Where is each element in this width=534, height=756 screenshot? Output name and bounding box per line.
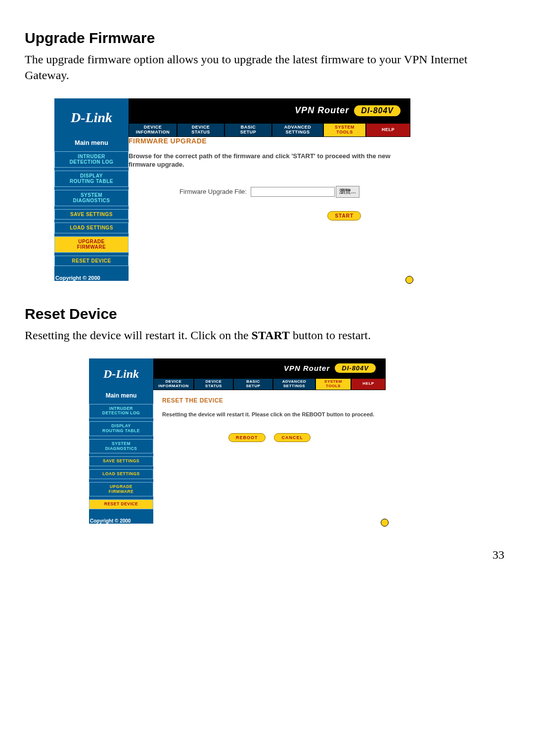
model-badge: DI-804V — [354, 105, 400, 116]
sidebar-reset-device[interactable]: RESET DEVICE — [89, 499, 153, 509]
sidebar: Main menu INTRUDERDETECTION LOG DISPLAYR… — [89, 390, 153, 524]
browse-button[interactable]: 瀏覽... — [336, 186, 359, 198]
tab-device-information[interactable]: DEVICEINFORMATION — [129, 123, 177, 137]
vpn-router-label: VPN Router — [284, 364, 330, 372]
sidebar-main-menu-label: Main menu — [89, 392, 153, 399]
model-badge: DI-804V — [335, 363, 376, 373]
sidebar-load-settings[interactable]: LOAD SETTINGS — [89, 469, 153, 479]
tab-basic-setup[interactable]: BASICSETUP — [224, 123, 272, 137]
tab-system-tools[interactable]: SYSTEMTOOLS — [315, 378, 351, 390]
tab-advanced-settings[interactable]: ADVANCEDSETTINGS — [272, 123, 323, 137]
section1-heading: Upgrade Firmware — [25, 30, 509, 46]
sidebar-save-settings[interactable]: SAVE SETTINGS — [54, 209, 129, 220]
sidebar-main-menu-label: Main menu — [54, 139, 129, 146]
sidebar-save-settings[interactable]: SAVE SETTINGS — [89, 456, 153, 466]
content-area-firmware: FIRMWARE UPGRADE Browse for the correct … — [129, 137, 410, 281]
firmware-file-label: Firmware Upgrade File: — [179, 188, 247, 195]
sidebar-intruder-detection-log[interactable]: INTRUDERDETECTION LOG — [89, 404, 153, 419]
firmware-upgrade-description: Browse for the correct path of the firmw… — [129, 152, 410, 169]
sidebar-upgrade-firmware[interactable]: UPGRADEFIRMWARE — [54, 236, 129, 253]
dlink-logo: D-Link — [89, 358, 153, 390]
sidebar-display-routing-table[interactable]: DISPLAYROUTING TABLE — [54, 171, 129, 187]
router-header-bar: VPN Router DI-804V — [129, 98, 410, 123]
cancel-button[interactable]: CANCEL — [274, 433, 311, 442]
firmware-file-input[interactable] — [251, 187, 335, 197]
reset-device-title: RESET THE DEVICE — [162, 397, 377, 404]
tab-device-status[interactable]: DEVICESTATUS — [177, 123, 224, 137]
reboot-button[interactable]: REBOOT — [228, 433, 266, 442]
sidebar-load-settings[interactable]: LOAD SETTINGS — [54, 222, 129, 233]
firmware-upgrade-title: FIRMWARE UPGRADE — [129, 137, 410, 145]
tab-help[interactable]: HELP — [351, 378, 386, 390]
sidebar-copyright: Copyright © 2000 — [54, 275, 129, 281]
router-header-bar: VPN Router DI-804V — [153, 358, 386, 378]
vpn-router-label: VPN Router — [295, 105, 349, 116]
corner-dot-icon — [381, 519, 389, 527]
tab-advanced-settings[interactable]: ADVANCEDSETTINGS — [273, 378, 315, 390]
tab-device-status[interactable]: DEVICESTATUS — [194, 378, 233, 390]
tab-help[interactable]: HELP — [366, 123, 410, 137]
sidebar-copyright: Copyright © 2000 — [89, 518, 153, 524]
sidebar-system-diagnostics[interactable]: SYSTEMDIAGNOSTICS — [89, 439, 153, 454]
sidebar-display-routing-table[interactable]: DISPLAYROUTING TABLE — [89, 421, 153, 436]
content-area-reset: RESET THE DEVICE Resetting the device wi… — [153, 390, 386, 524]
sidebar-intruder-detection-log[interactable]: INTRUDERDETECTION LOG — [54, 151, 129, 168]
top-tabs: DEVICEINFORMATION DEVICESTATUS BASICSETU… — [153, 378, 386, 390]
top-tabs: DEVICEINFORMATION DEVICESTATUS BASICSETU… — [129, 123, 410, 137]
section2-heading: Reset Device — [25, 306, 509, 322]
corner-dot-icon — [405, 276, 413, 284]
start-button[interactable]: START — [327, 211, 361, 221]
dlink-logo: D-Link — [54, 98, 129, 137]
tab-system-tools[interactable]: SYSTEMTOOLS — [323, 123, 366, 137]
sidebar-system-diagnostics[interactable]: SYSTEMDIAGNOSTICS — [54, 190, 129, 206]
section1-description: The upgrade firmware option allows you t… — [25, 51, 509, 84]
router-ui-firmware: D-Link VPN Router DI-804V DEVICEINFORMAT… — [54, 98, 410, 281]
sidebar: Main menu INTRUDERDETECTION LOG DISPLAYR… — [54, 137, 129, 281]
router-ui-reset: D-Link VPN Router DI-804V DEVICEINFORMAT… — [89, 358, 386, 524]
page-number: 33 — [25, 548, 509, 562]
section2-description: Resetting the device will restart it. Cl… — [25, 327, 509, 343]
reset-device-description: Resetting the device will restart it. Pl… — [162, 411, 377, 418]
tab-device-information[interactable]: DEVICEINFORMATION — [153, 378, 194, 390]
tab-basic-setup[interactable]: BASICSETUP — [233, 378, 273, 390]
sidebar-upgrade-firmware[interactable]: UPGRADEFIRMWARE — [89, 482, 153, 497]
sidebar-reset-device[interactable]: RESET DEVICE — [54, 256, 129, 267]
